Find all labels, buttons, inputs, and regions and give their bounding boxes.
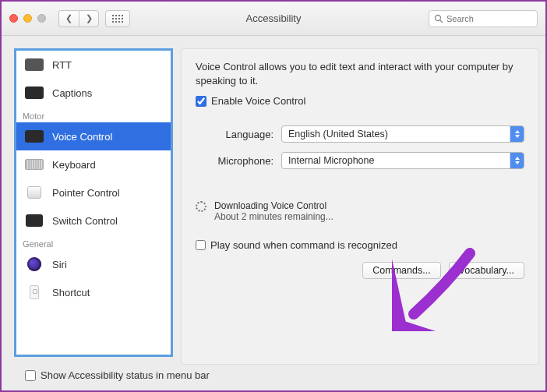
captions-icon — [24, 86, 44, 100]
search-field[interactable] — [429, 10, 538, 27]
sidebar: RTT Captions Motor Voice Control Keyboar… — [14, 48, 173, 357]
keyboard-icon — [24, 157, 44, 171]
nav-buttons: ❮ ❯ — [58, 10, 99, 27]
show-all-button[interactable] — [105, 10, 130, 27]
sidebar-item-label: Switch Control — [52, 215, 118, 227]
forward-button[interactable]: ❯ — [79, 10, 99, 27]
show-status-label: Show Accessibility status in menu bar — [41, 369, 210, 381]
sidebar-item-shortcut[interactable]: Shortcut — [16, 278, 171, 306]
enable-voice-control-label: Enable Voice Control — [211, 95, 305, 107]
language-label: Language: — [196, 129, 274, 140]
sidebar-item-label: Shortcut — [52, 287, 90, 298]
sidebar-item-label: Voice Control — [52, 131, 112, 143]
zoom-icon[interactable] — [37, 14, 46, 23]
rtt-icon — [24, 58, 44, 72]
sidebar-item-rtt[interactable]: RTT — [16, 51, 171, 79]
search-input[interactable] — [446, 14, 532, 23]
back-button[interactable]: ❮ — [58, 10, 79, 27]
microphone-select[interactable]: Internal Microphone — [281, 152, 524, 169]
chevron-updown-icon — [510, 153, 524, 168]
pointer-icon — [24, 185, 44, 200]
spinner-icon — [196, 201, 206, 212]
shortcut-icon — [24, 285, 44, 299]
chevron-updown-icon — [510, 126, 524, 142]
sidebar-item-siri[interactable]: Siri — [16, 250, 171, 278]
annotation-arrow-icon — [392, 245, 478, 331]
system-preferences-window: ❮ ❯ Accessibility RTT — [2, 2, 545, 390]
commands-button[interactable]: Commands... — [362, 262, 440, 279]
minimize-icon[interactable] — [23, 14, 32, 23]
enable-voice-control-checkbox[interactable] — [196, 96, 206, 107]
sidebar-item-label: RTT — [52, 59, 72, 71]
play-sound-label: Play sound when command is recognized — [210, 239, 397, 251]
grid-icon — [112, 15, 123, 23]
siri-icon — [24, 257, 44, 271]
sidebar-item-label: Siri — [52, 259, 67, 270]
close-icon[interactable] — [9, 14, 18, 23]
svg-line-1 — [440, 20, 443, 23]
language-select[interactable]: English (United States) — [281, 125, 524, 143]
sidebar-category-general: General — [16, 235, 171, 250]
sidebar-item-switch-control[interactable]: Switch Control — [16, 207, 171, 235]
download-status-text: Downloading Voice Control — [214, 200, 333, 211]
language-value: English (United States) — [288, 129, 388, 139]
main-panel: Voice Control allows you to edit text an… — [181, 48, 539, 365]
sidebar-category-motor: Motor — [16, 107, 171, 122]
download-substatus-text: About 2 minutes remaining... — [214, 211, 333, 222]
window-controls — [9, 14, 46, 23]
sidebar-item-voice-control[interactable]: Voice Control — [16, 122, 171, 150]
titlebar: ❮ ❯ Accessibility — [2, 2, 545, 36]
content-area: RTT Captions Motor Voice Control Keyboar… — [2, 36, 545, 369]
svg-point-0 — [436, 15, 441, 20]
intro-text: Voice Control allows you to edit text an… — [196, 60, 524, 87]
sidebar-item-pointer-control[interactable]: Pointer Control — [16, 178, 171, 207]
show-status-checkbox[interactable] — [25, 370, 36, 381]
play-sound-row: Play sound when command is recognized — [196, 239, 524, 251]
footer-row: Show Accessibility status in menu bar — [2, 369, 545, 390]
microphone-value: Internal Microphone — [288, 155, 374, 166]
search-icon — [434, 14, 443, 23]
sidebar-item-keyboard[interactable]: Keyboard — [16, 150, 171, 178]
vocabulary-button[interactable]: Vocabulary... — [449, 262, 524, 279]
sidebar-item-label: Pointer Control — [52, 187, 120, 199]
sidebar-item-label: Keyboard — [52, 159, 96, 171]
microphone-label: Microphone: — [196, 155, 274, 167]
voice-control-icon — [24, 129, 44, 143]
sidebar-item-captions[interactable]: Captions — [16, 79, 171, 107]
enable-voice-control-row: Enable Voice Control — [196, 95, 524, 107]
download-status: Downloading Voice Control About 2 minute… — [196, 200, 524, 222]
sidebar-item-label: Captions — [52, 87, 92, 99]
switch-icon — [24, 214, 44, 228]
play-sound-checkbox[interactable] — [196, 240, 206, 250]
